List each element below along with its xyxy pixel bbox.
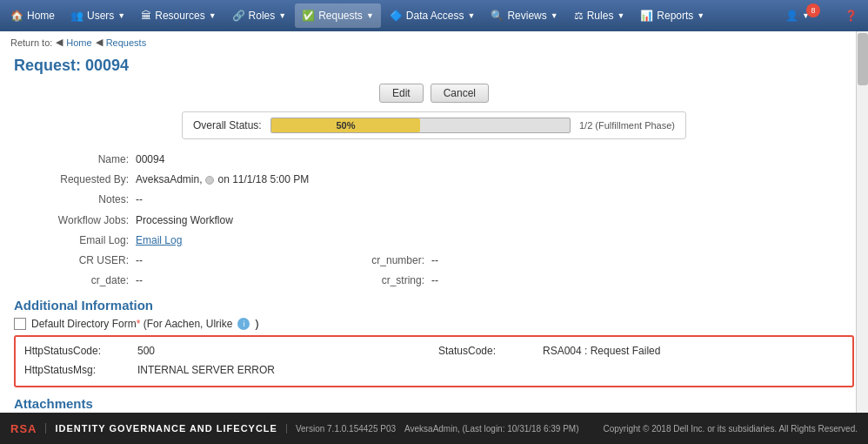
page-content: Request: 00094 Edit Cancel Overall Statu… [0,53,868,444]
nav-requests-label: Requests [318,10,363,22]
nav-help[interactable]: ❓ [838,3,865,28]
requests-icon: ✅ [302,10,315,22]
nav-requests[interactable]: ✅ Requests ▼ [295,3,381,28]
nav-rules[interactable]: ⚖ Rules ▼ [567,3,632,28]
cr-string-label: cr_string: [327,272,431,289]
nav-data-access-label: Data Access [406,10,464,22]
notes-value: -- [136,192,327,208]
requested-by-date: on 11/1/18 5:00 PM [217,172,309,188]
nav-roles-label: Roles [249,10,276,22]
error-row-2: HttpStatusMsg: INTERNAL SERVER ERROR [24,361,844,380]
breadcrumb-return-label: Return to: [10,37,52,48]
reviews-icon: 🔍 [491,10,504,22]
cr-date-value: -- [136,272,327,289]
reviews-arrow-icon: ▼ [551,11,558,20]
requested-by-user: AveksaAdmin, [136,172,202,188]
status-phase-text: 1/2 (Fulfillment Phase) [579,120,675,131]
form-required-indicator: * [137,318,141,330]
user-status-dot [205,176,214,185]
requests-arrow-icon: ▼ [366,11,374,20]
nav-users-label: Users [87,10,114,22]
nav-right-area: 👤 ▼ 8 ❓ [778,3,865,28]
nav-resources[interactable]: 🏛 Resources ▼ [134,3,223,28]
edit-button[interactable]: Edit [379,84,424,103]
footer-user: AveksaAdmin, (Last login: 10/31/18 6:39 … [404,424,578,434]
breadcrumb-home-link[interactable]: Home [66,37,91,48]
user-avatar-icon: 👤 [785,10,798,22]
nav-rules-label: Rules [587,10,614,22]
scrollbar-track[interactable] [856,31,868,413]
cr-user-value: -- [136,252,327,269]
footer: RSA IDENTITY GOVERNANCE AND LIFECYCLE Ve… [0,413,868,444]
http-status-code-label: HttpStatusCode: [24,342,137,361]
cr-number-label: cr_number: [327,252,431,269]
additional-info-title: Additional Information [14,298,854,313]
email-log-label: Email Log: [14,232,136,249]
form-label: Default Directory Form* (For Aachen, Ulr… [31,318,232,330]
action-bar: Edit Cancel [14,84,854,103]
nav-data-access[interactable]: 🔷 Data Access ▼ [383,3,483,28]
users-icon: 👥 [70,10,83,22]
error-row-1: HttpStatusCode: 500 StatusCode: RSA004 :… [24,342,844,361]
form-name: Default Directory Form [31,318,137,330]
footer-copyright: Copyright © 2018 Dell Inc. or its subsid… [604,424,858,434]
notification-badge: 8 [806,3,820,17]
breadcrumb-requests-link[interactable]: Requests [106,37,146,48]
workflow-jobs-value: Processing Workflow [136,212,327,229]
cr-string-value: -- [431,272,623,289]
nav-home[interactable]: 🏠 Home [3,3,62,28]
status-code-label: StatusCode: [438,342,543,361]
progress-bar-container: 50% [270,118,571,133]
cr-user-label: CR USER: [14,252,136,269]
nav-reports-label: Reports [657,10,693,22]
nav-reports[interactable]: 📊 Reports ▼ [633,3,711,28]
reports-arrow-icon: ▼ [697,11,704,20]
users-arrow-icon: ▼ [117,11,125,20]
cr-number-value: -- [431,252,623,269]
form-checkbox-row: Default Directory Form* (For Aachen, Ulr… [14,318,854,330]
data-access-icon: 🔷 [390,10,403,22]
workflow-jobs-label: Workflow Jobs: [14,212,136,229]
requested-by-label: Requested By: [14,172,136,188]
breadcrumb-home-arrow-icon: ◀ [56,37,63,48]
cancel-button[interactable]: Cancel [431,84,489,103]
nav-reviews-label: Reviews [507,10,546,22]
page-title: Request: 00094 [14,57,854,75]
footer-brand: IDENTITY GOVERNANCE AND LIFECYCLE [45,423,277,434]
rules-arrow-icon: ▼ [617,11,624,20]
cr-date-label: cr_date: [14,272,136,289]
nav-reviews[interactable]: 🔍 Reviews ▼ [484,3,564,28]
nav-home-label: Home [27,10,55,22]
home-icon: 🏠 [10,10,23,22]
error-box: HttpStatusCode: 500 StatusCode: RSA004 :… [14,335,854,387]
scrollbar-thumb[interactable] [858,33,868,85]
help-icon: ❓ [845,10,858,22]
reports-icon: 📊 [640,10,653,22]
nav-users[interactable]: 👥 Users ▼ [63,3,132,28]
email-log-value: Email Log [136,232,327,249]
http-status-msg-label: HttpStatusMsg: [24,361,137,380]
breadcrumb-sep-icon: ◀ [96,37,103,48]
form-checkbox[interactable] [14,318,26,330]
top-navigation: 🏠 Home 👥 Users ▼ 🏛 Resources ▼ 🔗 Roles ▼… [0,0,868,31]
info-grid: Name: 00094 Requested By: AveksaAdmin, o… [14,151,623,289]
requested-by-value: AveksaAdmin, on 11/1/18 5:00 PM [136,172,327,188]
status-bar: Overall Status: 50% 1/2 (Fulfillment Pha… [182,111,686,139]
resources-arrow-icon: ▼ [209,11,217,20]
form-info-icon[interactable]: i [237,318,250,330]
progress-bar-fill: 50% [271,118,421,132]
breadcrumb: Return to: ◀ Home ◀ Requests [0,31,868,53]
roles-icon: 🔗 [232,10,245,22]
nav-user-icon[interactable]: 👤 ▼ 8 [778,3,834,28]
footer-version: Version 7.1.0.154425 P03 [286,424,396,434]
http-status-msg-value: INTERNAL SERVER ERROR [137,361,438,380]
nav-resources-label: Resources [155,10,204,22]
data-access-arrow-icon: ▼ [468,11,476,20]
attachments-title: Attachments [14,396,854,411]
nav-roles[interactable]: 🔗 Roles ▼ [225,3,294,28]
http-status-code-value: 500 [137,342,438,361]
email-log-link[interactable]: Email Log [136,232,182,249]
name-label: Name: [14,151,136,168]
form-paren-close: ) [255,318,258,330]
status-code-value: RSA004 : Request Failed [543,342,844,361]
